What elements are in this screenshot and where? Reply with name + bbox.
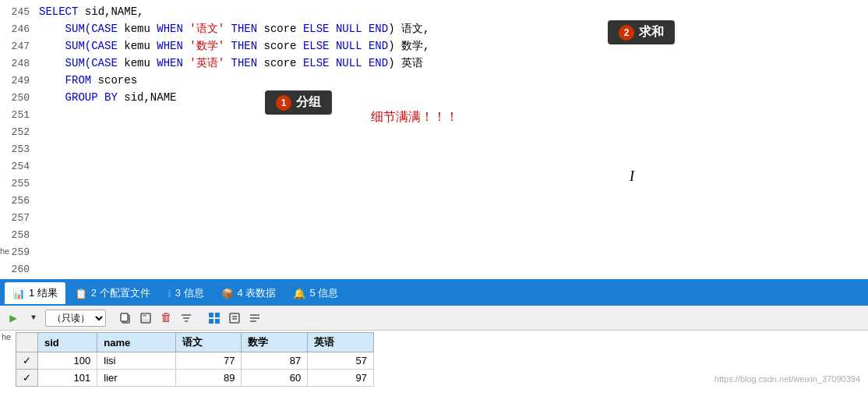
row-1-sid: 100 xyxy=(38,352,97,370)
readonly-select[interactable]: （只读） xyxy=(45,310,106,327)
row-1-shuxue: 87 xyxy=(242,352,308,370)
code-line-245: 245 SELECT sid,NAME, xyxy=(0,3,868,20)
line-num-250: 250 xyxy=(0,90,39,107)
tab-config-icon: 📋 xyxy=(75,288,87,299)
annotation-text: 细节满满！！！ xyxy=(371,109,458,126)
row-2-yingyu: 97 xyxy=(308,370,374,387)
code-line-253: 253 xyxy=(0,140,868,158)
svg-rect-3 xyxy=(143,313,146,317)
bubble-2-label: 求和 xyxy=(639,25,664,38)
col-header-check xyxy=(16,333,38,352)
watermark: https://blog.csdn.net/weixin_37090394 xyxy=(715,374,860,384)
svg-rect-1 xyxy=(121,313,128,321)
tab-info1-label: 3 信息 xyxy=(175,286,204,300)
code-line-250: 250 GROUP BY sid,NAME xyxy=(0,89,868,106)
col-header-name: name xyxy=(97,333,175,352)
bubble-2-num: 2 xyxy=(619,25,634,41)
svg-rect-8 xyxy=(215,319,220,324)
line-num-251: 251 xyxy=(0,107,39,124)
tab-info2-icon: 🔔 xyxy=(293,288,305,299)
code-line-252: 252 xyxy=(0,123,868,140)
col-header-sid: sid xyxy=(38,333,97,352)
row-2-shuxue: 60 xyxy=(242,370,308,387)
code-line-260: 260 xyxy=(0,260,868,278)
save-button[interactable] xyxy=(137,310,154,327)
line-num-256: 256 xyxy=(0,193,39,210)
line-content-247: SUM(CASE kemu WHEN '数学' THEN score ELSE … xyxy=(39,37,868,55)
table-row-1[interactable]: ✓ 100 lisi 77 87 57 xyxy=(16,352,374,370)
row-2-name: lier xyxy=(97,370,175,387)
code-editor[interactable]: 245 SELECT sid,NAME, 246 SUM(CASE kemu W… xyxy=(0,0,868,281)
line-content-245: SELECT sid,NAME, xyxy=(39,3,868,20)
code-line-257: 257 xyxy=(0,209,868,226)
code-line-255: 255 xyxy=(0,175,868,192)
tab-tabledata[interactable]: 📦 4 表数据 xyxy=(213,282,284,304)
line-num-258: 258 xyxy=(0,227,39,244)
line-content-248: SUM(CASE kemu WHEN '英语' THEN score ELSE … xyxy=(39,55,868,72)
tab-result[interactable]: 📊 1 结果 xyxy=(5,282,65,304)
code-line-259: 259 xyxy=(0,243,868,260)
line-num-260: 260 xyxy=(0,261,39,278)
tab-result-label: 1 结果 xyxy=(29,286,58,300)
code-line-248: 248 SUM(CASE kemu WHEN '英语' THEN score E… xyxy=(0,55,868,72)
svg-rect-7 xyxy=(209,319,213,324)
bubble-1-label: 分组 xyxy=(296,95,321,108)
tab-config[interactable]: 📋 2 个配置文件 xyxy=(67,282,158,304)
line-num-255: 255 xyxy=(0,175,39,193)
line-num-257: 257 xyxy=(0,210,39,227)
grid-view-button[interactable] xyxy=(206,310,223,327)
line-content-250: GROUP BY sid,NAME xyxy=(39,89,868,106)
line-content-246: SUM(CASE kemu WHEN '语文' THEN score ELSE … xyxy=(39,20,868,37)
line-num-248: 248 xyxy=(0,55,39,73)
row-1-name: lisi xyxy=(97,352,175,370)
text-view-button[interactable] xyxy=(246,310,263,327)
bubble-1-num: 1 xyxy=(276,95,291,111)
delete-button[interactable]: 🗑 xyxy=(157,310,175,327)
he-label-bottom: he xyxy=(2,332,11,342)
code-line-249: 249 FROM scores xyxy=(0,72,868,89)
col-header-yuwen: 语文 xyxy=(175,333,242,352)
col-header-shuxue: 数学 xyxy=(242,333,308,352)
tabs-bar: 📊 1 结果 📋 2 个配置文件 ℹ 3 信息 📦 4 表数据 🔔 5 信息 xyxy=(0,281,868,306)
tab-config-label: 2 个配置文件 xyxy=(91,286,150,300)
tab-result-icon: 📊 xyxy=(12,288,25,299)
tab-tabledata-label: 4 表数据 xyxy=(238,286,277,300)
row-2-check: ✓ xyxy=(16,370,38,387)
filter-button[interactable] xyxy=(178,310,195,327)
he-label-top: he xyxy=(0,246,9,256)
code-lines: 245 SELECT sid,NAME, 246 SUM(CASE kemu W… xyxy=(0,0,868,281)
code-line-258: 258 xyxy=(0,226,868,243)
row-1-yuwen: 77 xyxy=(175,352,242,370)
line-num-253: 253 xyxy=(0,141,39,158)
line-content-249: FROM scores xyxy=(39,72,868,89)
tab-info2-label: 5 信息 xyxy=(309,286,338,300)
bubble-sum: 2求和 xyxy=(608,20,675,44)
line-num-252: 252 xyxy=(0,124,39,141)
tab-info1[interactable]: ℹ 3 信息 xyxy=(160,282,212,304)
result-table: sid name 语文 数学 英语 ✓ 100 lisi 77 87 57 ✓ … xyxy=(16,332,374,387)
text-cursor: I xyxy=(630,168,634,185)
copy-button[interactable] xyxy=(117,310,134,327)
line-num-245: 245 xyxy=(0,4,39,21)
bubble-group: 1分组 xyxy=(265,90,332,115)
svg-rect-9 xyxy=(230,313,239,323)
tab-tabledata-icon: 📦 xyxy=(221,288,234,299)
line-num-247: 247 xyxy=(0,38,39,55)
code-line-256: 256 xyxy=(0,192,868,209)
row-1-check: ✓ xyxy=(16,352,38,370)
line-num-254: 254 xyxy=(0,158,39,175)
form-view-button[interactable] xyxy=(226,310,243,327)
svg-rect-5 xyxy=(209,313,213,317)
line-num-249: 249 xyxy=(0,73,39,90)
svg-rect-4 xyxy=(142,319,150,322)
row-2-sid: 101 xyxy=(38,370,97,387)
dropdown-button[interactable]: ▼ xyxy=(25,310,42,327)
row-2-yuwen: 89 xyxy=(175,370,242,387)
code-line-246: 246 SUM(CASE kemu WHEN '语文' THEN score E… xyxy=(0,20,868,37)
code-line-254: 254 xyxy=(0,158,868,175)
tab-info2[interactable]: 🔔 5 信息 xyxy=(285,282,346,304)
refresh-button[interactable]: ▶ xyxy=(5,310,22,327)
data-table-area: sid name 语文 数学 英语 ✓ 100 lisi 77 87 57 ✓ … xyxy=(0,331,868,388)
table-row-2[interactable]: ✓ 101 lier 89 60 97 xyxy=(16,370,374,387)
result-toolbar: ▶ ▼ （只读） 🗑 xyxy=(0,306,868,331)
